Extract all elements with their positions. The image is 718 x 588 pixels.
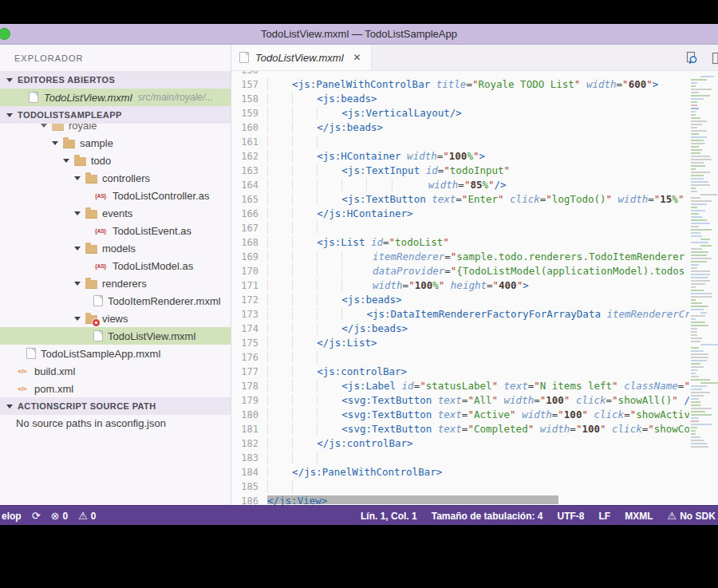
code-area[interactable]: 156157 <js:PanelWithControlBar title="Ro… [231, 71, 718, 505]
code-line-178[interactable]: 178 <js:Label id="statusLabel" text="N i… [231, 379, 718, 393]
tree-item-sample[interactable]: sample [0, 134, 231, 152]
chevron-expanded-icon [74, 211, 81, 215]
code-line-173[interactable]: 173 <js:DataItemRendererFactoryForArrayD… [231, 307, 718, 322]
code-line-165[interactable]: 165 <js:TextButton text="Enter" click="l… [231, 192, 718, 207]
code-line-166[interactable]: 166 </js:HContainer> [231, 207, 718, 221]
tree-item-pom-xml[interactable]: </>pom.xml [0, 380, 231, 397]
tree-item-label: views [102, 313, 128, 325]
code-line-179[interactable]: 179 <svg:TextButton text="All" width="10… [231, 393, 718, 408]
code-line-183[interactable]: 183 [231, 451, 718, 465]
code-line-171[interactable]: 171 width="100%" height="400"> [231, 278, 718, 293]
split-editor-icon[interactable] [711, 51, 718, 65]
eol-indicator[interactable]: LF [599, 511, 611, 522]
code-line-169[interactable]: 169 itemRenderer="sample.todo.renderers.… [231, 250, 718, 264]
tree-item-todolistcontroller-as[interactable]: {AS}TodoListController.as [0, 187, 231, 204]
code-line-160[interactable]: 160 </js:beads> [231, 120, 718, 135]
code-line-177[interactable]: 177 <js:controlBar> [231, 365, 718, 379]
file-icon [239, 52, 249, 63]
line-number: 167 [231, 221, 258, 235]
code-line-185[interactable]: 185 [231, 479, 718, 494]
git-branch-label-partial[interactable]: elop [2, 511, 22, 522]
warning-triangle-icon: ⚠ [668, 510, 677, 522]
code-line-175[interactable]: 175 </js:List> [231, 336, 718, 350]
code-line-161[interactable]: 161 [231, 135, 718, 149]
tree-item-todolistmodel-as[interactable]: {AS}TodoListModel.as [0, 257, 231, 274]
line-number: 177 [231, 365, 258, 379]
line-number: 178 [231, 379, 258, 393]
file-icon [93, 295, 103, 306]
tree-item-label: build.xml [34, 365, 75, 377]
file-icon: </> [15, 368, 30, 375]
code-line-174[interactable]: 174 </js:beads> [231, 322, 718, 336]
errors-indicator[interactable]: ⊗ 0 [51, 510, 69, 522]
tab-bar: TodoListView.mxml ✕ [231, 45, 718, 71]
line-number: 180 [231, 408, 258, 422]
open-editors-label: EDITORES ABIERTOS [18, 75, 115, 85]
line-number: 156 [231, 71, 258, 77]
code-line-170[interactable]: 170 dataProvider="{TodoListModel(applica… [231, 264, 718, 278]
encoding-indicator[interactable]: UTF-8 [558, 511, 585, 522]
line-number: 165 [231, 192, 258, 207]
tree-item-label: models [102, 243, 136, 255]
code-line-168[interactable]: 168 <js:List id="todoList" [231, 235, 718, 250]
tree-item-label: TodoListView.mxml [108, 330, 195, 342]
open-editor-path: src/main/royale/... [138, 92, 214, 103]
code-line-186[interactable]: 186</js:View> [231, 494, 718, 505]
code-line-184[interactable]: 184 </js:PanelWithControlBar> [231, 465, 718, 479]
chevron-expanded-icon [63, 159, 69, 163]
code-line-158[interactable]: 158 <js:beads> [231, 92, 718, 106]
code-line-172[interactable]: 172 <js:beads> [231, 293, 718, 307]
code-line-162[interactable]: 162 <js:HContainer width="100%"> [231, 149, 718, 164]
line-number: 168 [231, 235, 258, 250]
editor-group: TodoListView.mxml ✕ 156157 <j [231, 45, 718, 505]
sync-icon[interactable]: ⟳ [32, 510, 41, 522]
tree-item-todolistevent-as[interactable]: {AS}TodoListEvent.as [0, 222, 231, 239]
tab-size-indicator[interactable]: Tamaño de tabulación: 4 [432, 511, 543, 522]
tab-todolistview[interactable]: TodoListView.mxml ✕ [231, 45, 372, 70]
code-line-181[interactable]: 181 <svg:TextButton text="Completed" wid… [231, 422, 718, 436]
line-number: 169 [231, 250, 258, 264]
chevron-expanded-icon [74, 317, 81, 321]
code-line-182[interactable]: 182 </js:controlBar> [231, 436, 718, 451]
minimap[interactable] [689, 71, 718, 505]
sdk-warning[interactable]: ⚠ No SDK [668, 510, 716, 522]
tree-item-events[interactable]: events [0, 204, 231, 222]
tree-item-todolistsampleapp-mxml[interactable]: TodoListSampleApp.mxml [0, 345, 231, 362]
code-line-164[interactable]: 164 width="85%"/> [231, 178, 718, 192]
line-number: 162 [231, 149, 258, 164]
folder-icon [85, 210, 97, 219]
language-indicator[interactable]: MXML [625, 511, 653, 522]
tree-item-todolistview-mxml[interactable]: TodoListView.mxml [0, 327, 231, 345]
chevron-expanded-icon [74, 176, 81, 180]
screen: TodoListView.mxml — TodoListSampleApp EX… [0, 0, 718, 588]
source-path-header[interactable]: ACTIONSCRIPT SOURCE PATH [0, 397, 231, 415]
code-line-176[interactable]: 176 [231, 350, 718, 365]
tree-item-renderers[interactable]: renderers [0, 274, 231, 292]
project-section-header[interactable]: TODOLISTSAMPLEAPP [0, 106, 231, 124]
code-line-163[interactable]: 163 <js:TextInput id="todoInput" [231, 164, 718, 178]
tree-item-models[interactable]: models [0, 239, 231, 257]
tree-item-controllers[interactable]: controllers [0, 169, 231, 187]
cursor-position[interactable]: Lín. 1, Col. 1 [361, 511, 417, 522]
close-icon[interactable]: ✕ [353, 52, 361, 63]
tree-item-label: TodoListController.as [112, 190, 209, 202]
code-line-159[interactable]: 159 <js:VerticalLayout/> [231, 106, 718, 120]
tree-item-views[interactable]: views [0, 310, 231, 327]
line-number: 182 [231, 436, 258, 451]
line-number: 181 [231, 422, 258, 436]
code-line-180[interactable]: 180 <svg:TextButton text="Active" width=… [231, 408, 718, 422]
tree-item-todoitemrenderer-mxml[interactable]: TodoItemRenderer.mxml [0, 292, 231, 310]
code-line-156[interactable]: 156 [231, 71, 718, 77]
code-line-167[interactable]: 167 [231, 221, 718, 235]
open-editors-header[interactable]: EDITORES ABIERTOS [0, 71, 231, 89]
line-number: 159 [231, 106, 258, 120]
open-preview-icon[interactable] [684, 50, 700, 66]
window-title: TodoListView.mxml — TodoListSampleApp [0, 24, 718, 45]
warnings-indicator[interactable]: ⚠ 0 [78, 510, 96, 522]
code-line-157[interactable]: 157 <js:PanelWithControlBar title="Royal… [231, 77, 718, 92]
tree-item-build-xml[interactable]: </>build.xml [0, 362, 231, 380]
tree-item-todo[interactable]: todo [0, 152, 231, 169]
tab-label: TodoListView.mxml [255, 52, 344, 64]
chevron-expanded-icon [6, 113, 13, 117]
open-editor-item[interactable]: TodoListView.mxml src/main/royale/... [0, 89, 231, 106]
